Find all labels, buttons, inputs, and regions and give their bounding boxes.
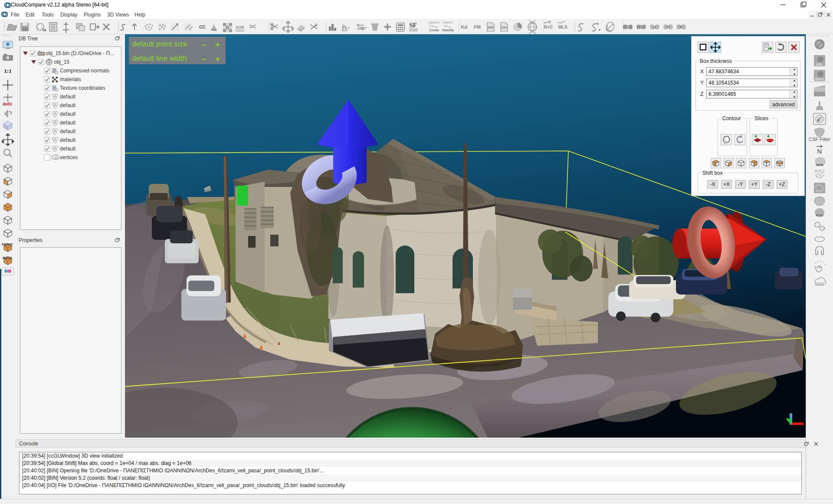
svg-text:materials: materials (60, 76, 81, 82)
svg-text:default: default (60, 128, 76, 134)
svg-text:Kd: Kd (461, 24, 468, 29)
svg-text:SF: SF (409, 22, 417, 29)
svg-text:K: K (679, 25, 683, 29)
svg-text:1:1: 1:1 (4, 68, 11, 74)
svg-text:M3C2: M3C2 (814, 169, 825, 173)
svg-text:Create: Create (430, 29, 439, 32)
svg-text:Classify: Classify (442, 29, 454, 32)
svg-text:CSF Filter: CSF Filter (809, 137, 830, 142)
svg-text:obj_15: obj_15 (54, 59, 69, 65)
svg-text:default: default (60, 137, 76, 143)
svg-text:FRONT: FRONT (2, 242, 13, 246)
svg-text:σ: σ (653, 25, 656, 29)
svg-text:Compressed normals: Compressed normals (60, 68, 109, 74)
svg-text:CANUPO: CANUPO (443, 21, 453, 24)
svg-text:CSV: CSV (501, 26, 508, 29)
svg-text:SOR: SOR (236, 25, 244, 29)
svg-text:μ,σ: μ,σ (344, 26, 350, 29)
svg-text:default: default (60, 94, 76, 100)
svg-text:PCV: PCV (816, 189, 823, 193)
svg-text:H: H (666, 25, 669, 29)
svg-text:N+C: N+C (544, 25, 553, 29)
svg-text:CANUPO: CANUPO (429, 21, 439, 24)
svg-text:max: max (361, 26, 367, 29)
svg-text:default: default (60, 102, 76, 108)
svg-text:SSAO: SSAO (815, 77, 825, 81)
svg-text:default: default (60, 111, 76, 117)
svg-text:SRF: SRF (488, 26, 494, 29)
svg-text:Texture coordinates: Texture coordinates (60, 85, 105, 91)
svg-text:RGB: RGB (623, 25, 633, 29)
svg-text:BACK: BACK (3, 256, 12, 260)
svg-text:vertices: vertices (60, 154, 78, 160)
svg-text:RSD: RSD (816, 214, 823, 218)
svg-text:HSV: HSV (637, 25, 646, 29)
svg-text:default: default (60, 146, 76, 152)
svg-text:HPR: HPR (816, 163, 823, 167)
svg-text:MLS: MLS (558, 25, 567, 29)
svg-text:N: N (817, 148, 822, 155)
svg-text:default: default (60, 120, 76, 126)
svg-text:obj_15.bin (D:/OneDrive - Π...: obj_15.bin (D:/OneDrive - Π... (46, 50, 114, 56)
svg-text:FM: FM (474, 24, 481, 29)
svg-text:CC: CC (200, 25, 206, 29)
svg-text:auto: auto (3, 101, 12, 106)
svg-text:EDL: EDL (816, 62, 823, 66)
